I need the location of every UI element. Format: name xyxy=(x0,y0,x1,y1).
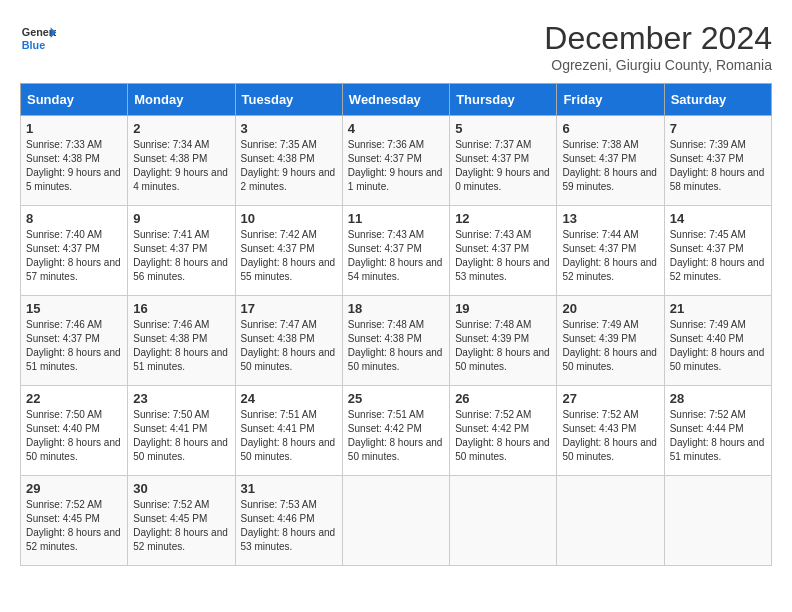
calendar-cell xyxy=(342,476,449,566)
day-number: 21 xyxy=(670,301,766,316)
logo: General Blue xyxy=(20,20,56,56)
column-header-friday: Friday xyxy=(557,84,664,116)
title-area: December 2024 Ogrezeni, Giurgiu County, … xyxy=(544,20,772,73)
calendar-cell: 2Sunrise: 7:34 AM Sunset: 4:38 PM Daylig… xyxy=(128,116,235,206)
week-row-4: 22Sunrise: 7:50 AM Sunset: 4:40 PM Dayli… xyxy=(21,386,772,476)
day-number: 22 xyxy=(26,391,122,406)
calendar-cell: 4Sunrise: 7:36 AM Sunset: 4:37 PM Daylig… xyxy=(342,116,449,206)
calendar-body: 1Sunrise: 7:33 AM Sunset: 4:38 PM Daylig… xyxy=(21,116,772,566)
cell-info: Sunrise: 7:46 AM Sunset: 4:37 PM Dayligh… xyxy=(26,318,122,374)
day-number: 15 xyxy=(26,301,122,316)
day-number: 2 xyxy=(133,121,229,136)
location-subtitle: Ogrezeni, Giurgiu County, Romania xyxy=(544,57,772,73)
calendar-cell: 31Sunrise: 7:53 AM Sunset: 4:46 PM Dayli… xyxy=(235,476,342,566)
svg-text:Blue: Blue xyxy=(22,39,45,51)
calendar-cell: 26Sunrise: 7:52 AM Sunset: 4:42 PM Dayli… xyxy=(450,386,557,476)
cell-info: Sunrise: 7:34 AM Sunset: 4:38 PM Dayligh… xyxy=(133,138,229,194)
day-number: 5 xyxy=(455,121,551,136)
calendar-cell: 22Sunrise: 7:50 AM Sunset: 4:40 PM Dayli… xyxy=(21,386,128,476)
column-header-monday: Monday xyxy=(128,84,235,116)
day-number: 31 xyxy=(241,481,337,496)
day-number: 29 xyxy=(26,481,122,496)
calendar-cell: 15Sunrise: 7:46 AM Sunset: 4:37 PM Dayli… xyxy=(21,296,128,386)
day-number: 27 xyxy=(562,391,658,406)
cell-info: Sunrise: 7:41 AM Sunset: 4:37 PM Dayligh… xyxy=(133,228,229,284)
week-row-1: 1Sunrise: 7:33 AM Sunset: 4:38 PM Daylig… xyxy=(21,116,772,206)
column-header-thursday: Thursday xyxy=(450,84,557,116)
cell-info: Sunrise: 7:52 AM Sunset: 4:43 PM Dayligh… xyxy=(562,408,658,464)
cell-info: Sunrise: 7:49 AM Sunset: 4:39 PM Dayligh… xyxy=(562,318,658,374)
calendar-cell: 27Sunrise: 7:52 AM Sunset: 4:43 PM Dayli… xyxy=(557,386,664,476)
cell-info: Sunrise: 7:43 AM Sunset: 4:37 PM Dayligh… xyxy=(348,228,444,284)
day-number: 3 xyxy=(241,121,337,136)
cell-info: Sunrise: 7:39 AM Sunset: 4:37 PM Dayligh… xyxy=(670,138,766,194)
cell-info: Sunrise: 7:49 AM Sunset: 4:40 PM Dayligh… xyxy=(670,318,766,374)
calendar-cell: 24Sunrise: 7:51 AM Sunset: 4:41 PM Dayli… xyxy=(235,386,342,476)
calendar-cell: 11Sunrise: 7:43 AM Sunset: 4:37 PM Dayli… xyxy=(342,206,449,296)
cell-info: Sunrise: 7:36 AM Sunset: 4:37 PM Dayligh… xyxy=(348,138,444,194)
column-header-sunday: Sunday xyxy=(21,84,128,116)
day-number: 4 xyxy=(348,121,444,136)
cell-info: Sunrise: 7:52 AM Sunset: 4:45 PM Dayligh… xyxy=(26,498,122,554)
day-number: 9 xyxy=(133,211,229,226)
calendar-cell: 1Sunrise: 7:33 AM Sunset: 4:38 PM Daylig… xyxy=(21,116,128,206)
day-number: 8 xyxy=(26,211,122,226)
calendar-cell: 9Sunrise: 7:41 AM Sunset: 4:37 PM Daylig… xyxy=(128,206,235,296)
cell-info: Sunrise: 7:50 AM Sunset: 4:41 PM Dayligh… xyxy=(133,408,229,464)
cell-info: Sunrise: 7:47 AM Sunset: 4:38 PM Dayligh… xyxy=(241,318,337,374)
day-number: 7 xyxy=(670,121,766,136)
calendar-cell: 7Sunrise: 7:39 AM Sunset: 4:37 PM Daylig… xyxy=(664,116,771,206)
day-number: 14 xyxy=(670,211,766,226)
calendar-cell: 25Sunrise: 7:51 AM Sunset: 4:42 PM Dayli… xyxy=(342,386,449,476)
day-number: 19 xyxy=(455,301,551,316)
calendar-cell: 12Sunrise: 7:43 AM Sunset: 4:37 PM Dayli… xyxy=(450,206,557,296)
calendar-cell: 6Sunrise: 7:38 AM Sunset: 4:37 PM Daylig… xyxy=(557,116,664,206)
calendar-cell: 3Sunrise: 7:35 AM Sunset: 4:38 PM Daylig… xyxy=(235,116,342,206)
cell-info: Sunrise: 7:44 AM Sunset: 4:37 PM Dayligh… xyxy=(562,228,658,284)
cell-info: Sunrise: 7:40 AM Sunset: 4:37 PM Dayligh… xyxy=(26,228,122,284)
cell-info: Sunrise: 7:52 AM Sunset: 4:42 PM Dayligh… xyxy=(455,408,551,464)
calendar-cell: 13Sunrise: 7:44 AM Sunset: 4:37 PM Dayli… xyxy=(557,206,664,296)
day-number: 23 xyxy=(133,391,229,406)
day-number: 11 xyxy=(348,211,444,226)
logo-icon: General Blue xyxy=(20,20,56,56)
column-header-saturday: Saturday xyxy=(664,84,771,116)
calendar-cell: 23Sunrise: 7:50 AM Sunset: 4:41 PM Dayli… xyxy=(128,386,235,476)
cell-info: Sunrise: 7:53 AM Sunset: 4:46 PM Dayligh… xyxy=(241,498,337,554)
week-row-2: 8Sunrise: 7:40 AM Sunset: 4:37 PM Daylig… xyxy=(21,206,772,296)
calendar-cell xyxy=(664,476,771,566)
day-number: 10 xyxy=(241,211,337,226)
cell-info: Sunrise: 7:45 AM Sunset: 4:37 PM Dayligh… xyxy=(670,228,766,284)
day-number: 20 xyxy=(562,301,658,316)
calendar-cell: 30Sunrise: 7:52 AM Sunset: 4:45 PM Dayli… xyxy=(128,476,235,566)
calendar-cell: 20Sunrise: 7:49 AM Sunset: 4:39 PM Dayli… xyxy=(557,296,664,386)
day-number: 1 xyxy=(26,121,122,136)
calendar-cell: 8Sunrise: 7:40 AM Sunset: 4:37 PM Daylig… xyxy=(21,206,128,296)
cell-info: Sunrise: 7:50 AM Sunset: 4:40 PM Dayligh… xyxy=(26,408,122,464)
cell-info: Sunrise: 7:48 AM Sunset: 4:39 PM Dayligh… xyxy=(455,318,551,374)
calendar-cell: 29Sunrise: 7:52 AM Sunset: 4:45 PM Dayli… xyxy=(21,476,128,566)
week-row-3: 15Sunrise: 7:46 AM Sunset: 4:37 PM Dayli… xyxy=(21,296,772,386)
day-number: 26 xyxy=(455,391,551,406)
column-header-wednesday: Wednesday xyxy=(342,84,449,116)
calendar-cell: 16Sunrise: 7:46 AM Sunset: 4:38 PM Dayli… xyxy=(128,296,235,386)
day-number: 30 xyxy=(133,481,229,496)
column-header-tuesday: Tuesday xyxy=(235,84,342,116)
header: General Blue December 2024 Ogrezeni, Giu… xyxy=(20,20,772,73)
calendar-cell: 14Sunrise: 7:45 AM Sunset: 4:37 PM Dayli… xyxy=(664,206,771,296)
cell-info: Sunrise: 7:33 AM Sunset: 4:38 PM Dayligh… xyxy=(26,138,122,194)
calendar-cell xyxy=(557,476,664,566)
cell-info: Sunrise: 7:51 AM Sunset: 4:41 PM Dayligh… xyxy=(241,408,337,464)
cell-info: Sunrise: 7:35 AM Sunset: 4:38 PM Dayligh… xyxy=(241,138,337,194)
calendar-table: SundayMondayTuesdayWednesdayThursdayFrid… xyxy=(20,83,772,566)
calendar-cell: 5Sunrise: 7:37 AM Sunset: 4:37 PM Daylig… xyxy=(450,116,557,206)
day-number: 28 xyxy=(670,391,766,406)
calendar-cell: 18Sunrise: 7:48 AM Sunset: 4:38 PM Dayli… xyxy=(342,296,449,386)
cell-info: Sunrise: 7:43 AM Sunset: 4:37 PM Dayligh… xyxy=(455,228,551,284)
calendar-cell: 28Sunrise: 7:52 AM Sunset: 4:44 PM Dayli… xyxy=(664,386,771,476)
calendar-cell xyxy=(450,476,557,566)
calendar-cell: 21Sunrise: 7:49 AM Sunset: 4:40 PM Dayli… xyxy=(664,296,771,386)
day-number: 24 xyxy=(241,391,337,406)
day-number: 12 xyxy=(455,211,551,226)
calendar-cell: 19Sunrise: 7:48 AM Sunset: 4:39 PM Dayli… xyxy=(450,296,557,386)
